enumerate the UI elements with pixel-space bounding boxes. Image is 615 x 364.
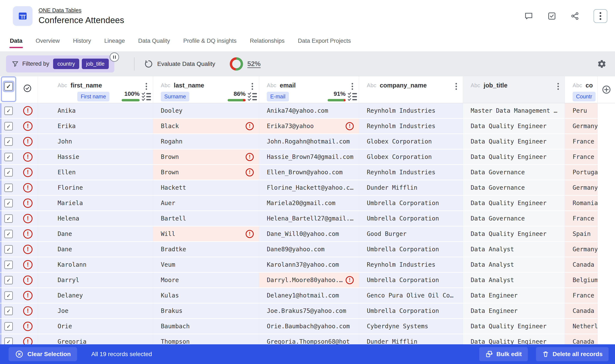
column-header-first_name[interactable]: Abcfirst_nameFirst name100% [38, 76, 153, 103]
cell-first_name[interactable]: Florine [38, 180, 153, 195]
cell-error-icon[interactable]: ! [246, 153, 254, 161]
add-column-button[interactable] [601, 85, 611, 94]
cell-company_name[interactable]: Globex Corporation [359, 134, 463, 149]
dq-score-link[interactable]: 52% [247, 60, 261, 68]
cell-email[interactable]: Delaney1@hotmail.com [259, 288, 359, 303]
cell-country[interactable]: Canada [565, 257, 598, 272]
cell-email[interactable]: Karolann37@yahoo.com [259, 257, 359, 272]
cell-country[interactable]: Germany [565, 242, 598, 257]
cell-first_name[interactable]: Dane [38, 242, 153, 257]
column-menu-button[interactable] [351, 82, 353, 91]
tab-history[interactable]: History [73, 36, 91, 49]
cell-job_title[interactable]: Data Quality Engineer [463, 119, 565, 133]
row-checkbox[interactable] [4, 260, 13, 269]
row-error-icon[interactable]: ! [23, 121, 33, 131]
cell-country[interactable]: Romania [565, 196, 598, 210]
row-error-icon[interactable]: ! [23, 198, 33, 208]
cell-job_title[interactable]: Data Engineer [463, 303, 565, 318]
cell-email[interactable]: John.Rogahn@hotmail.com [259, 134, 359, 149]
tab-data-quality[interactable]: Data Quality [138, 36, 170, 49]
cell-job_title[interactable]: Data Analyst [463, 257, 565, 272]
cell-job_title[interactable]: Data Analyst [463, 242, 565, 257]
cell-error-icon[interactable]: ! [246, 122, 254, 130]
row-error-icon[interactable]: ! [23, 260, 33, 270]
cell-last_name[interactable]: Bradtke [153, 242, 259, 257]
cell-job_title[interactable]: Data Governance [463, 180, 565, 195]
column-header-email[interactable]: AbcemailE-mail91% [259, 76, 359, 103]
column-menu-button[interactable] [252, 82, 253, 91]
delete-all-records-button[interactable]: Delete all records [536, 347, 609, 361]
row-error-icon[interactable]: ! [23, 275, 33, 285]
cell-job_title[interactable]: Data Analyst [463, 273, 565, 287]
cell-job_title[interactable]: Data Quality Engineer [463, 134, 565, 149]
row-checkbox[interactable] [4, 106, 13, 115]
cell-last_name[interactable]: Veum [153, 257, 259, 272]
row-checkbox[interactable] [4, 168, 13, 177]
cell-first_name[interactable]: Helena [38, 211, 153, 226]
cell-job_title[interactable]: Data Governance [463, 211, 565, 226]
cell-country[interactable]: France [565, 211, 598, 226]
cell-first_name[interactable]: Delaney [38, 288, 153, 303]
cell-job_title[interactable]: Data Quality Engineer [463, 196, 565, 210]
cell-email[interactable]: Helena_Bartell27@gmail.… [259, 211, 359, 226]
tab-lineage[interactable]: Lineage [104, 36, 125, 49]
tab-overview[interactable]: Overview [35, 36, 60, 49]
column-header-country[interactable]: AbccoCountr [565, 76, 598, 103]
cell-company_name[interactable]: Cyberdyne Systems [359, 319, 463, 334]
dq-score-widget[interactable]: 52% [230, 57, 261, 71]
cell-email[interactable]: Erika73@yahoo! [259, 119, 359, 133]
dq-rules-button[interactable] [347, 92, 358, 102]
cell-last_name[interactable]: Dooley [153, 103, 259, 118]
bulk-edit-button[interactable]: Bulk edit [479, 347, 528, 361]
cell-country[interactable]: Germany [565, 119, 598, 133]
row-checkbox[interactable] [4, 214, 13, 223]
cell-email[interactable]: Florine_Hackett@yahoo.c… [259, 180, 359, 195]
cell-country[interactable]: Spain [565, 226, 598, 241]
cell-company_name[interactable]: Genco Pura Olive Oil Co… [359, 288, 463, 303]
cell-error-icon[interactable]: ! [346, 122, 354, 130]
row-checkbox[interactable] [4, 322, 13, 331]
row-checkbox[interactable] [4, 230, 13, 238]
pause-filter-button[interactable] [110, 52, 119, 62]
dq-rules-button[interactable] [247, 92, 258, 102]
cell-first_name[interactable]: Hassie [38, 149, 153, 164]
cell-country[interactable]: France [565, 134, 598, 149]
cell-email[interactable]: Dane_Will0@yahoo.com [259, 226, 359, 241]
cell-error-icon[interactable]: ! [346, 276, 354, 284]
cell-company_name[interactable]: Umbrella Corporation [359, 303, 463, 318]
cell-company_name[interactable]: Dunder Mifflin [359, 180, 463, 195]
cell-last_name[interactable]: Bartell [153, 211, 259, 226]
filter-pill-job_title[interactable]: job_title [82, 59, 109, 69]
cell-job_title[interactable]: Data Quality Engineer [463, 319, 565, 334]
share-button[interactable] [571, 12, 579, 21]
cell-company_name[interactable]: Umbrella Corporation [359, 211, 463, 226]
cell-error-icon[interactable]: ! [246, 230, 254, 238]
row-checkbox[interactable] [4, 122, 13, 130]
breadcrumb[interactable]: ONE Data Tables [39, 7, 124, 14]
row-error-icon[interactable]: ! [23, 306, 33, 316]
cell-first_name[interactable]: John [38, 134, 153, 149]
row-checkbox[interactable] [4, 291, 13, 300]
cell-first_name[interactable]: Ellen [38, 165, 153, 180]
approve-button[interactable] [547, 12, 556, 21]
dq-rules-button[interactable] [141, 92, 152, 102]
cell-first_name[interactable]: Erika [38, 119, 153, 133]
row-checkbox[interactable] [4, 199, 13, 208]
cell-country[interactable]: Belgium [565, 273, 598, 287]
comments-button[interactable] [524, 12, 533, 21]
cell-job_title[interactable]: Data Quality Engineer [463, 226, 565, 241]
evaluate-dq-button[interactable]: Evaluate Data Quality [144, 60, 215, 68]
row-error-icon[interactable]: ! [23, 322, 33, 331]
row-error-icon[interactable]: ! [23, 214, 33, 223]
cell-email[interactable]: Ellen_Brown@yahoo.com [259, 165, 359, 180]
cell-country[interactable]: Canada [565, 303, 598, 318]
cell-company_name[interactable]: Good Burger [359, 226, 463, 241]
row-checkbox[interactable] [4, 183, 13, 192]
row-checkbox[interactable] [4, 276, 13, 285]
cell-company_name[interactable]: Reynholm Industries [359, 119, 463, 133]
cell-last_name[interactable]: Kulas [153, 288, 259, 303]
cell-company_name[interactable]: Umbrella Corporation [359, 242, 463, 257]
cell-country[interactable]: France [565, 149, 598, 164]
cell-country[interactable]: Portugal [565, 165, 598, 180]
cell-company_name[interactable]: Reynholm Industries [359, 257, 463, 272]
